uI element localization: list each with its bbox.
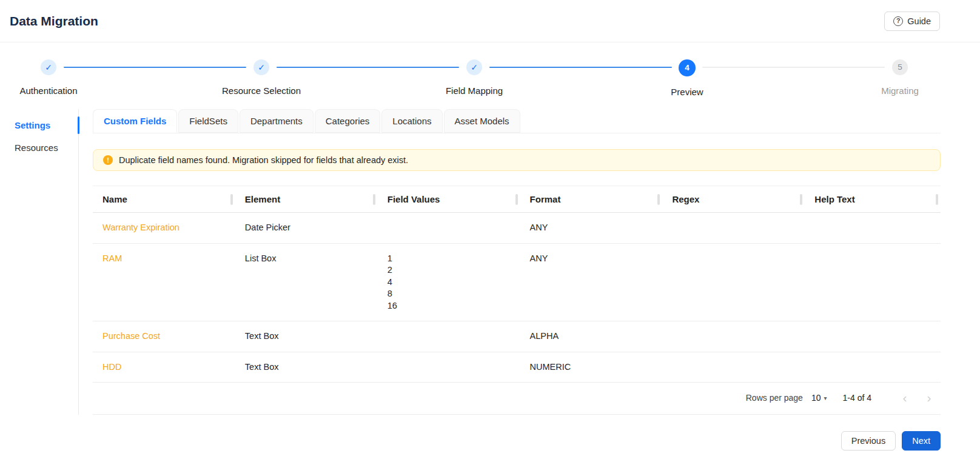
field-value-line: 2 bbox=[388, 264, 511, 277]
cell-field-values: 124816 bbox=[378, 243, 520, 321]
column-resize-handle[interactable] bbox=[515, 194, 518, 205]
sidebar-item-resources[interactable]: Resources bbox=[0, 136, 78, 159]
step-label: Field Mapping bbox=[446, 85, 503, 96]
column-header-help-text: Help Text bbox=[805, 186, 941, 213]
tab-departments[interactable]: Departments bbox=[240, 109, 314, 133]
step-number: 5 bbox=[892, 59, 908, 75]
step-label: Resource Selection bbox=[222, 85, 301, 96]
cell-help-text bbox=[805, 352, 941, 383]
step-migrating[interactable]: 5 Migrating bbox=[851, 59, 948, 96]
field-name-link[interactable]: Warranty Expiration bbox=[102, 223, 180, 232]
previous-page-button[interactable]: ‹ bbox=[897, 390, 913, 406]
step-field-mapping[interactable]: ✓ Field Mapping bbox=[426, 59, 523, 96]
field-name-link[interactable]: Purchase Cost bbox=[102, 331, 160, 341]
cell-format: ANY bbox=[520, 243, 663, 321]
table-row: HDDText BoxNUMERIC bbox=[93, 352, 941, 383]
column-header-regex: Regex bbox=[662, 186, 805, 213]
cell-regex bbox=[662, 321, 805, 352]
cell-help-text bbox=[805, 213, 941, 244]
cell-element: Text Box bbox=[235, 352, 378, 383]
column-header-format: Format bbox=[520, 186, 663, 213]
cell-element: Date Picker bbox=[235, 213, 378, 244]
step-preview[interactable]: 4 Preview bbox=[639, 59, 736, 97]
field-value-line: 1 bbox=[388, 253, 511, 265]
tab-locations[interactable]: Locations bbox=[381, 109, 442, 133]
tab-custom-fields[interactable]: Custom Fields bbox=[93, 109, 177, 133]
column-resize-handle[interactable] bbox=[657, 194, 660, 205]
page-header: Data Migration ? Guide bbox=[0, 0, 980, 42]
caret-down-icon: ▾ bbox=[824, 395, 827, 401]
next-button[interactable]: Next bbox=[902, 431, 941, 451]
step-label: Migrating bbox=[881, 85, 919, 96]
column-resize-handle[interactable] bbox=[230, 194, 233, 205]
previous-button[interactable]: Previous bbox=[841, 431, 896, 451]
cell-regex bbox=[662, 213, 805, 244]
cell-help-text bbox=[805, 321, 941, 352]
field-value-line: 8 bbox=[388, 288, 511, 300]
warning-message: Duplicate field names found. Migration s… bbox=[119, 155, 408, 165]
cell-name: RAM bbox=[93, 243, 235, 321]
step-resource-selection[interactable]: ✓ Resource Selection bbox=[213, 59, 310, 96]
cell-format: ANY bbox=[520, 213, 663, 244]
cell-format: NUMERIC bbox=[520, 352, 663, 383]
rows-per-page-value: 10 bbox=[811, 393, 821, 403]
step-label: Preview bbox=[671, 87, 703, 97]
table-body: Warranty ExpirationDate PickerANYRAMList… bbox=[93, 213, 941, 383]
column-header-field-values: Field Values bbox=[378, 186, 520, 213]
cell-regex bbox=[662, 243, 805, 321]
step-label: Authentication bbox=[19, 85, 77, 96]
table-pagination: Rows per page 10 ▾ 1-4 of 4 ‹ › bbox=[93, 383, 941, 415]
sidebar: Settings Resources bbox=[0, 109, 79, 415]
field-value-line: 4 bbox=[388, 277, 511, 289]
step-check-icon: ✓ bbox=[41, 59, 56, 75]
wizard-actions: Previous Next bbox=[0, 431, 941, 451]
chevron-left-icon: ‹ bbox=[903, 391, 907, 404]
migration-stepper: ✓ Authentication ✓ Resource Selection ✓ … bbox=[0, 59, 948, 97]
cell-element: List Box bbox=[235, 243, 378, 321]
cell-field-values bbox=[378, 352, 520, 383]
column-resize-handle[interactable] bbox=[800, 194, 802, 205]
tab-fieldsets[interactable]: FieldSets bbox=[178, 109, 238, 133]
sidebar-item-settings[interactable]: Settings bbox=[0, 114, 78, 136]
column-header-name: Name bbox=[93, 186, 235, 213]
column-header-element: Element bbox=[235, 186, 378, 213]
table-row: Warranty ExpirationDate PickerANY bbox=[93, 213, 941, 244]
tab-categories[interactable]: Categories bbox=[315, 109, 381, 133]
cell-format: ALPHA bbox=[520, 321, 663, 352]
column-resize-handle[interactable] bbox=[936, 194, 938, 205]
table-row: RAMList Box124816ANY bbox=[93, 243, 941, 321]
chevron-right-icon: › bbox=[927, 391, 931, 404]
cell-field-values bbox=[378, 213, 520, 244]
rows-per-page-dropdown[interactable]: 10 ▾ bbox=[811, 393, 827, 403]
cell-element: Text Box bbox=[235, 321, 378, 352]
step-number: 4 bbox=[679, 59, 696, 76]
table-row: Purchase CostText BoxALPHA bbox=[93, 321, 941, 352]
guide-button-label: Guide bbox=[907, 16, 931, 26]
field-name-link[interactable]: HDD bbox=[102, 362, 121, 372]
column-resize-handle[interactable] bbox=[373, 194, 375, 205]
guide-button[interactable]: ? Guide bbox=[884, 12, 940, 31]
field-name-link[interactable]: RAM bbox=[102, 253, 122, 263]
cell-regex bbox=[662, 352, 805, 383]
pagination-range: 1-4 of 4 bbox=[843, 393, 871, 403]
step-check-icon: ✓ bbox=[253, 59, 269, 75]
resource-tabs: Custom Fields FieldSets Departments Cate… bbox=[93, 109, 941, 133]
rows-per-page-label: Rows per page bbox=[746, 393, 803, 403]
table-header-row: Name Element Field Values Format Regex H… bbox=[93, 186, 941, 213]
duplicate-warning-banner: ! Duplicate field names found. Migration… bbox=[93, 149, 941, 171]
tab-asset-models[interactable]: Asset Models bbox=[444, 109, 520, 133]
warning-icon: ! bbox=[103, 155, 113, 165]
step-check-icon: ✓ bbox=[466, 59, 482, 75]
custom-fields-table: Name Element Field Values Format Regex H… bbox=[93, 186, 941, 383]
main-content: Custom Fields FieldSets Departments Cate… bbox=[79, 109, 980, 415]
cell-name: HDD bbox=[93, 352, 235, 383]
cell-field-values bbox=[378, 321, 520, 352]
question-circle-icon: ? bbox=[893, 16, 903, 26]
cell-help-text bbox=[805, 243, 941, 321]
cell-name: Purchase Cost bbox=[93, 321, 235, 352]
step-authentication[interactable]: ✓ Authentication bbox=[0, 59, 97, 96]
page-title: Data Migration bbox=[10, 14, 98, 28]
next-page-button[interactable]: › bbox=[921, 390, 937, 406]
field-value-line: 16 bbox=[388, 300, 511, 312]
cell-name: Warranty Expiration bbox=[93, 213, 235, 244]
